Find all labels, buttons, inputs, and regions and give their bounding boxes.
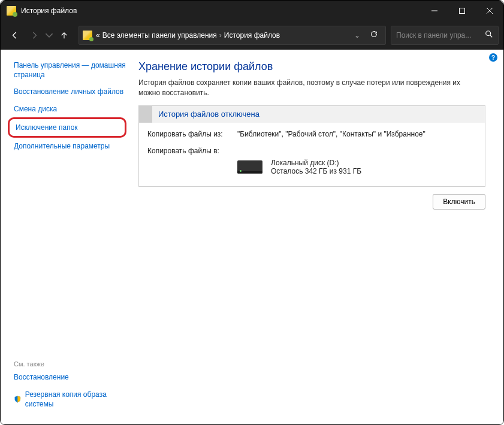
back-button[interactable] [5,26,25,45]
forward-button[interactable] [25,26,44,45]
sidebar-restore[interactable]: Восстановление личных файлов [14,87,123,96]
titlebar: История файлов [1,1,503,21]
sidebar-exclude-folders[interactable]: Исключение папок [16,123,78,132]
drive-space: Осталось 342 ГБ из 931 ГБ [271,167,361,175]
sidebar-change-drive[interactable]: Смена диска [14,105,57,113]
copy-to-label: Копировать файлы в: [147,147,237,155]
search-placeholder: Поиск в панели упра... [396,31,471,40]
maximize-button[interactable] [448,1,476,21]
content: ? Панель управления — домашняя страница … [1,50,503,424]
close-button[interactable] [476,1,503,21]
drive-info: Локальный диск (D:) Осталось 342 ГБ из 9… [271,159,361,175]
up-button[interactable] [55,26,74,45]
drive-icon [237,160,262,174]
enable-button[interactable]: Включить [433,194,485,210]
status-body: Копировать файлы из: "Библиотеки", "Рабо… [139,123,485,186]
shield-icon [14,395,22,403]
svg-line-5 [490,35,493,38]
copy-from-value: "Библиотеки", "Рабочий стол", "Контакты"… [237,130,476,138]
search-icon[interactable] [485,30,493,40]
sidebar-recovery[interactable]: Восстановление [14,373,69,381]
help-icon[interactable]: ? [489,53,497,62]
status-title: История файлов отключена [152,110,259,119]
highlight-exclude: Исключение папок [8,117,126,138]
chevron-down-icon[interactable]: ⌄ [348,31,366,40]
status-header: История файлов отключена [139,106,485,123]
window-title: История файлов [21,7,77,15]
copy-from-label: Копировать файлы из: [147,130,237,138]
app-icon [7,6,16,16]
navbar: « Все элементы панели управления › Истор… [1,21,503,50]
window-controls [421,1,503,21]
sidebar: Панель управления — домашняя страница Во… [1,50,132,424]
drive-name: Локальный диск (D:) [271,159,361,167]
breadcrumb-part2[interactable]: История файлов [224,31,280,40]
breadcrumb-prefix: « [96,31,100,40]
search-input[interactable]: Поиск в панели упра... [391,26,499,45]
status-box: История файлов отключена Копировать файл… [138,105,485,187]
page-title: Хранение истории файлов [138,60,485,73]
recent-dropdown[interactable] [44,26,55,45]
sidebar-image-backup[interactable]: Резервная копия образа системы [25,390,126,409]
page-description: История файлов сохраняет копии ваших фай… [138,78,474,98]
address-icon [83,31,92,40]
status-stripe [139,106,152,123]
chevron-right-icon: › [219,31,222,40]
address-bar[interactable]: « Все элементы панели управления › Истор… [79,26,386,45]
sidebar-advanced[interactable]: Дополнительные параметры [14,142,110,150]
main-panel: Хранение истории файлов История файлов с… [132,50,503,424]
see-also-label: См. также [14,360,126,368]
minimize-button[interactable] [421,1,448,21]
svg-point-4 [486,31,491,36]
refresh-button[interactable] [366,30,382,40]
breadcrumb-part1[interactable]: Все элементы панели управления [102,31,217,40]
sidebar-home[interactable]: Панель управления — домашняя страница [14,61,126,79]
svg-rect-1 [460,8,465,14]
